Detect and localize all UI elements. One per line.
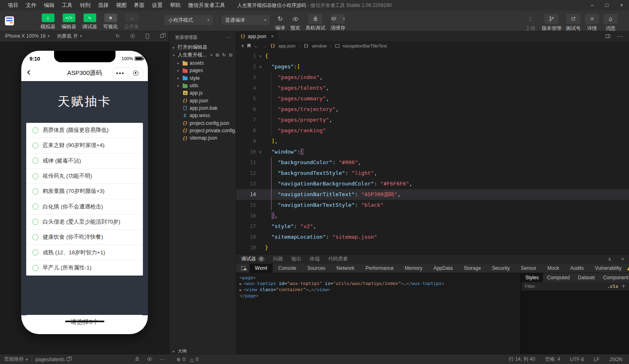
page-path-value[interactable]: pages/talents xyxy=(36,357,70,362)
tree-item-pages[interactable]: ▸pages xyxy=(169,67,236,74)
editor-more-icon[interactable]: ⋯ xyxy=(617,32,623,40)
devtools-tab-sources[interactable]: Sources xyxy=(302,264,331,273)
devtools-tab-console[interactable]: Console xyxy=(273,264,302,273)
tree-item-utils[interactable]: ▸utils xyxy=(169,82,236,89)
compile-button[interactable]: ↻ 编译 xyxy=(275,14,285,32)
menu-item[interactable]: 帮助 xyxy=(166,2,184,9)
talent-option[interactable]: 迟来之财 (90岁时家境+4) xyxy=(26,138,143,153)
code-line-7[interactable]: 7 "pages/property", xyxy=(236,115,629,125)
styles-tab-computed[interactable]: Computed xyxy=(543,273,574,282)
breadcrumb-property[interactable]: navigationBarTitleText xyxy=(343,43,387,48)
error-count[interactable]: ⊗ 0 xyxy=(176,357,186,362)
collapse-all-icon[interactable]: ⊟ xyxy=(229,52,233,58)
tree-item-app.js[interactable]: JSapp.js xyxy=(169,89,236,97)
more-menu-button[interactable] xyxy=(112,72,128,74)
talent-option[interactable]: 成熟 (12、18岁时智力+1) xyxy=(26,245,143,260)
menu-item[interactable]: 视图 xyxy=(112,2,130,9)
mode-select[interactable]: 小程序模式 ▾ xyxy=(165,15,213,25)
devtools-tab-storage[interactable]: Storage xyxy=(458,264,486,273)
indent-setting[interactable]: 空格: 4 xyxy=(545,356,560,363)
menu-item[interactable]: 转到 xyxy=(76,2,94,9)
menu-item[interactable]: 设置 xyxy=(148,2,166,9)
tree-item-app.json[interactable]: {}app.json xyxy=(169,97,236,104)
debugger-button[interactable]: ≒调试器 xyxy=(81,14,98,30)
preview-button[interactable]: 预览 xyxy=(290,14,300,32)
device-debug-button[interactable]: 真机调试 xyxy=(305,14,325,32)
code-line-12[interactable]: 12 "backgroundTextStyle": "light", xyxy=(236,168,629,179)
tree-item-project.private.config.js...[interactable]: {}project.private.config.js... xyxy=(169,127,236,134)
panel-tab-2[interactable]: 输出 xyxy=(292,255,301,262)
styles-tab-styles[interactable]: Styles xyxy=(521,273,543,282)
code-line-9[interactable]: 9 ], xyxy=(236,136,629,147)
code-line-18[interactable]: 18 "sitemapLocation": "sitemap.json" xyxy=(236,232,629,242)
menu-item[interactable]: 选择 xyxy=(94,2,112,9)
tab-app-json[interactable]: {} app.json × xyxy=(236,31,278,41)
compile-mode-select[interactable]: 普通编译 ▾ xyxy=(222,15,270,25)
close-tab-icon[interactable]: × xyxy=(271,34,274,39)
new-file-icon[interactable]: + xyxy=(210,52,213,58)
device-orientation-icon[interactable] xyxy=(146,34,149,39)
project-section[interactable]: ▾ 人生重开模... + ⊞ ↻ ⊟ xyxy=(169,51,236,59)
menu-item[interactable]: 工具 xyxy=(58,2,76,9)
code-line-3[interactable]: 3 "pages/index", xyxy=(236,72,629,83)
code-line-15[interactable]: 15 "navigationBarTextStyle": "black" xyxy=(236,200,629,210)
breadcrumb-object[interactable]: window xyxy=(312,43,327,48)
statusbar-more-icon[interactable]: ⋯ xyxy=(160,357,165,362)
fold-icon[interactable]: ∨ xyxy=(256,61,265,72)
code-line-16[interactable]: 16 }, xyxy=(236,210,629,221)
styles-tab-component-data[interactable]: Component Data xyxy=(599,273,629,282)
collapse-panel-icon[interactable]: ∧ xyxy=(608,256,611,262)
tree-item-assets[interactable]: ▸assets xyxy=(169,59,236,67)
more-actions-icon[interactable]: ⋯ xyxy=(226,35,231,40)
menu-item[interactable]: 项目 xyxy=(4,2,22,9)
menu-item[interactable]: 微信开发者工具 xyxy=(184,2,229,9)
language-mode[interactable]: JSON xyxy=(609,357,622,362)
code-line-2[interactable]: 2∨ "pages":[ xyxy=(236,61,629,72)
menu-icon[interactable]: ≡ xyxy=(241,43,244,49)
code-editor[interactable]: 1∨{2∨ "pages":[3 "pages/index",4 "pages/… xyxy=(236,50,629,254)
refresh-explorer-icon[interactable]: ↻ xyxy=(222,52,226,58)
devtools-tab-vulnerability[interactable]: Vulnerability xyxy=(589,264,627,273)
code-line-14[interactable]: 14 "navigationBarTitleText": "ASP300源码", xyxy=(236,189,629,200)
code-line-13[interactable]: 13 "navigationBarBackgroundColor": "#F6F… xyxy=(236,179,629,189)
talent-option[interactable]: 白头偕老 (爱人至少能活到70岁) xyxy=(26,215,143,230)
bookmark-icon[interactable] xyxy=(247,44,251,48)
menu-item[interactable]: 文件 xyxy=(22,2,40,9)
copy-icon[interactable] xyxy=(67,357,70,361)
code-line-1[interactable]: 1∨{ xyxy=(236,51,629,61)
eye-icon[interactable] xyxy=(147,357,153,362)
wxml-node[interactable]: <page> xyxy=(240,275,521,281)
inspect-element-icon[interactable] xyxy=(241,266,245,270)
clear-cache-button[interactable]: ▾ 清缓存 xyxy=(330,14,345,32)
devtools-tab-network[interactable]: Network xyxy=(331,264,360,273)
close-button[interactable]: × xyxy=(614,0,629,11)
breadcrumb-file[interactable]: app.json xyxy=(278,43,296,48)
devtools-tab-sensor[interactable]: Sensor xyxy=(515,264,542,273)
panel-tab-0[interactable]: 调试器9 xyxy=(241,255,265,262)
eol-setting[interactable]: LF xyxy=(594,357,600,362)
panel-tab-4[interactable]: 代码质量 xyxy=(328,255,348,262)
minimize-button[interactable]: – xyxy=(585,0,600,11)
close-panel-icon[interactable]: × xyxy=(621,256,624,262)
test-account-button[interactable]: 测试号 xyxy=(566,14,581,32)
tree-item-app.wxss[interactable]: Ɛapp.wxss xyxy=(169,112,236,119)
nav-back-icon[interactable]: ← xyxy=(254,43,259,49)
outline-section[interactable]: ▸ 大纲 xyxy=(169,348,236,354)
tree-item-style[interactable]: ▸style xyxy=(169,75,236,82)
code-line-4[interactable]: 4 "pages/talents", xyxy=(236,83,629,93)
panel-tab-3[interactable]: 终端 xyxy=(310,255,320,262)
devtools-tab-wxml[interactable]: Wxml xyxy=(249,264,273,273)
talent-option[interactable]: 鹤发童颜 (70岁时颜值+3) xyxy=(26,184,143,199)
editor-button[interactable]: </>编辑器 xyxy=(60,14,77,30)
tree-item-project.config.json[interactable]: {}project.config.json xyxy=(169,119,236,127)
devtools-tab-memory[interactable]: Memory xyxy=(399,264,428,273)
devtools-tab-audits[interactable]: Audits xyxy=(565,264,589,273)
details-button[interactable]: 详情 xyxy=(585,14,599,32)
devtools-tab-mock[interactable]: Mock xyxy=(542,264,565,273)
hot-reload-select[interactable]: 热重载 开 ▾ xyxy=(57,33,82,40)
visualization-button[interactable]: ⊞可视化 xyxy=(102,14,119,30)
refresh-simulator-icon[interactable]: ↻ xyxy=(115,33,120,39)
warning-counter[interactable]: 9 xyxy=(627,265,629,271)
cls-toggle[interactable]: .cls xyxy=(607,284,618,289)
code-line-10[interactable]: 10∨ "window":{ xyxy=(236,147,629,157)
